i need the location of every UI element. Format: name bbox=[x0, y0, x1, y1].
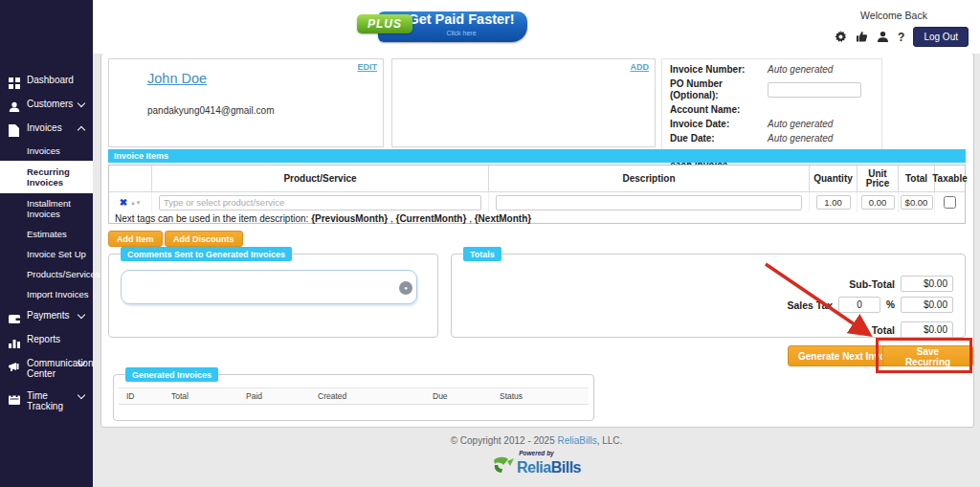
add-item-button[interactable]: Add Item bbox=[108, 231, 163, 247]
gen-column-due: Due bbox=[433, 391, 448, 401]
gen-column-paid: Paid bbox=[246, 391, 262, 401]
sidebar-item-invoices[interactable]: Invoices bbox=[0, 117, 93, 141]
edit-customer-link[interactable]: EDIT bbox=[357, 62, 377, 72]
banner-title: Get Paid Faster! bbox=[399, 11, 523, 27]
sidebar-item-label: Time Tracking bbox=[27, 390, 85, 411]
description-input[interactable] bbox=[496, 195, 803, 210]
logout-button[interactable]: Log Out bbox=[913, 27, 969, 47]
reliabills-logo-icon bbox=[492, 456, 515, 478]
total-input[interactable] bbox=[901, 195, 933, 210]
items-header-row: Product/Service Description Quantity Uni… bbox=[109, 166, 965, 192]
column-header-unit-price: Unit Price bbox=[858, 166, 899, 192]
sidebar-subitem-estimates[interactable]: Estimates bbox=[0, 224, 93, 244]
user-icon[interactable] bbox=[877, 31, 889, 43]
tags-note-prefix: Next tags can be used in the item descri… bbox=[115, 213, 311, 224]
save-recurring-invoice-button[interactable]: Save Recurring Invoice bbox=[882, 345, 973, 366]
sidebar-item-payments[interactable]: Payments bbox=[0, 304, 93, 328]
sidebar-item-label: Dashboard bbox=[27, 75, 74, 85]
invoices-submenu: Invoices Recurring Invoices Installment … bbox=[0, 141, 93, 304]
unit-price-input[interactable] bbox=[861, 195, 895, 210]
user-area: Welcome Back ? Log Out bbox=[817, 10, 970, 47]
recurring-invoice-page: Dashboard Customers Invoices Invoices Re… bbox=[0, 0, 980, 487]
po-number-input[interactable] bbox=[768, 82, 861, 98]
subtotal-row: Sub-Total bbox=[849, 276, 953, 292]
subitem-label: Invoices bbox=[27, 145, 60, 156]
banner-click-here[interactable]: Click here bbox=[399, 30, 523, 36]
subtotal-field bbox=[901, 276, 953, 292]
generated-invoices-header-row: ID Total Paid Created Due Status bbox=[119, 387, 589, 405]
invoice-items-header: Invoice Items bbox=[108, 149, 966, 163]
invoice-details-panel: Invoice Number: Auto generated PO Number… bbox=[661, 58, 882, 151]
customer-email: pandakyung0414@gmail.com bbox=[147, 105, 274, 116]
sidebar-item-label: Customers bbox=[27, 99, 73, 109]
chevron-up-icon bbox=[78, 126, 85, 134]
recurring-invoice-form: EDIT John Doe pandakyung0414@gmail.com A… bbox=[100, 53, 974, 428]
comments-input[interactable] bbox=[121, 270, 417, 304]
subtotal-label: Sub-Total bbox=[849, 278, 895, 290]
add-link[interactable]: ADD bbox=[631, 62, 650, 72]
account-name-label: Account Name: bbox=[670, 104, 768, 116]
sidebar-item-label: Communication Center bbox=[27, 358, 77, 379]
subitem-label: Import Invoices bbox=[27, 289, 88, 299]
sidebar-subitem-recurring-invoices[interactable]: Recurring Invoices bbox=[0, 161, 93, 193]
thumbs-up-icon[interactable] bbox=[856, 31, 868, 43]
add-discounts-button[interactable]: Add Discounts bbox=[165, 231, 243, 247]
customer-panel: EDIT John Doe pandakyung0414@gmail.com bbox=[108, 58, 384, 147]
insert-tag-icon[interactable]: ● bbox=[399, 281, 412, 295]
reports-icon bbox=[9, 335, 21, 346]
taxable-checkbox[interactable] bbox=[944, 196, 956, 209]
sidebar-item-dashboard[interactable]: Dashboard bbox=[0, 69, 93, 93]
sales-tax-label: Sales Tax bbox=[787, 299, 833, 311]
sidebar-item-communication-center[interactable]: Communication Center bbox=[0, 352, 93, 385]
invoice-number-label: Invoice Number: bbox=[670, 64, 768, 76]
sidebar-subitem-invoice-set-up[interactable]: Invoice Set Up bbox=[0, 244, 93, 264]
sidebar-item-time-tracking[interactable]: Time Tracking bbox=[0, 385, 93, 417]
customer-name-link[interactable]: John Doe bbox=[147, 71, 207, 86]
invoice-date-label: Invoice Date: bbox=[670, 119, 768, 130]
subitem-label: Products/Services bbox=[27, 269, 100, 279]
welcome-text: Welcome Back bbox=[817, 10, 970, 21]
sidebar-item-label: Reports bbox=[27, 334, 60, 344]
sidebar-subitem-invoices[interactable]: Invoices bbox=[0, 141, 93, 161]
sidebar: Dashboard Customers Invoices Invoices Re… bbox=[0, 0, 93, 487]
get-paid-faster-banner[interactable]: Get Paid Faster! Click here PLUS bbox=[357, 9, 529, 45]
sidebar-item-label: Invoices bbox=[27, 122, 62, 133]
quantity-input[interactable] bbox=[816, 195, 851, 210]
gear-icon[interactable] bbox=[835, 31, 847, 43]
sales-tax-amount-field bbox=[901, 297, 953, 313]
help-icon[interactable]: ? bbox=[898, 31, 904, 44]
column-header-quantity: Quantity bbox=[810, 166, 858, 192]
invoices-icon bbox=[9, 123, 21, 135]
logo-relia: Relia bbox=[517, 459, 551, 476]
move-down-icon[interactable]: ▾ bbox=[137, 199, 141, 207]
remove-item-icon[interactable]: ✖ bbox=[120, 197, 127, 208]
chevron-down-icon bbox=[78, 100, 85, 107]
total-row: Total bbox=[872, 321, 953, 338]
gen-column-total: Total bbox=[171, 391, 189, 401]
sidebar-item-customers[interactable]: Customers bbox=[0, 93, 93, 117]
sidebar-subitem-products-services[interactable]: Products/Services bbox=[0, 264, 93, 284]
payments-icon bbox=[9, 311, 21, 322]
move-up-icon[interactable]: ▴ bbox=[131, 199, 135, 207]
logo-bills: Bills bbox=[551, 459, 581, 476]
tag-separator: , bbox=[466, 213, 474, 224]
invoice-items-table: Product/Service Description Quantity Uni… bbox=[108, 165, 966, 224]
sidebar-subitem-import-invoices[interactable]: Import Invoices bbox=[0, 284, 93, 304]
topbar: Get Paid Faster! Click here PLUS Welcome… bbox=[93, 0, 980, 54]
comments-panel: Comments Sent to Generated Invoices ● bbox=[108, 254, 438, 338]
comments-panel-title: Comments Sent to Generated Invoices bbox=[121, 247, 292, 261]
percent-sign: % bbox=[886, 299, 895, 310]
actions-column-header bbox=[109, 166, 152, 192]
generated-invoices-title: Generated Invoices bbox=[125, 367, 218, 382]
reliabills-link[interactable]: ReliaBills bbox=[558, 435, 597, 446]
tag-previous-month: {PreviousMonth} bbox=[311, 213, 388, 224]
column-header-product: Product/Service bbox=[152, 166, 489, 192]
sidebar-subitem-installment-invoices[interactable]: Installment Invoices bbox=[0, 193, 93, 224]
total-label: Total bbox=[872, 324, 895, 336]
footer: © Copyright 2012 - 2025 ReliaBills, LLC.… bbox=[93, 435, 980, 478]
powered-by-text: Powered by bbox=[93, 450, 980, 456]
sidebar-item-reports[interactable]: Reports bbox=[0, 328, 93, 352]
invoice-number-value: Auto generated bbox=[768, 64, 833, 75]
product-service-input[interactable] bbox=[159, 195, 481, 210]
sales-tax-rate-input[interactable] bbox=[838, 297, 880, 313]
